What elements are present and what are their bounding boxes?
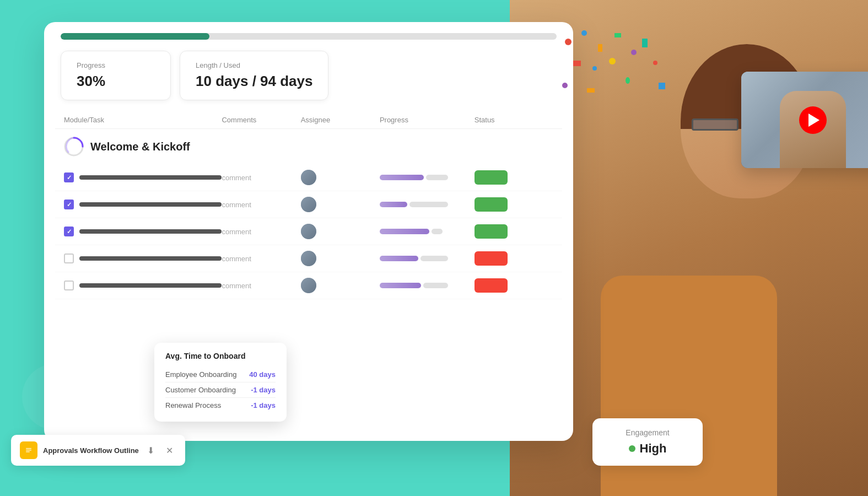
table-row: comment xyxy=(55,272,562,299)
row-left-1 xyxy=(64,172,222,182)
task-bar-5 xyxy=(79,283,222,288)
status-2 xyxy=(475,197,508,212)
task-bar-4 xyxy=(79,256,222,261)
row-left-3 xyxy=(64,227,222,236)
comment-5: comment xyxy=(222,282,300,290)
stats-row: Progress 30% Length / Used 10 days / 94 … xyxy=(44,45,573,111)
progress-pill-5 xyxy=(380,283,421,288)
col-module-task: Module/Task xyxy=(64,116,222,124)
engagement-value: High xyxy=(608,441,687,456)
tooltip-row-1: Employee Onboarding 40 days xyxy=(165,367,276,382)
file-icon xyxy=(20,441,37,459)
engagement-label: Engagement xyxy=(608,428,687,437)
green-dot xyxy=(629,445,635,452)
tooltip-row-3: Renewal Process -1 days xyxy=(165,398,276,413)
svg-rect-10 xyxy=(26,448,31,449)
tooltip-row-2: Customer Onboarding -1 days xyxy=(165,382,276,398)
checkbox-2[interactable] xyxy=(64,200,74,209)
task-bar-1 xyxy=(79,175,222,180)
status-1 xyxy=(475,170,508,185)
comment-4: comment xyxy=(222,255,300,263)
comment-1: comment xyxy=(222,174,300,182)
tooltip-popup: Avg. Time to Onboard Employee Onboarding… xyxy=(154,343,287,422)
progress-pill-3 xyxy=(380,229,429,234)
avatar-5 xyxy=(301,278,316,293)
checkbox-3[interactable] xyxy=(64,227,74,236)
play-icon xyxy=(808,114,820,127)
progress-bar-container xyxy=(44,22,573,45)
table-row: comment xyxy=(55,164,562,191)
file-name: Approvals Workflow Outline xyxy=(43,446,139,455)
video-inner xyxy=(741,72,868,168)
download-button[interactable]: ⬇ xyxy=(144,444,158,457)
task-bar-3 xyxy=(79,229,222,234)
progress-pill-1 xyxy=(380,175,424,180)
section-icon xyxy=(64,137,84,157)
video-thumbnail[interactable] xyxy=(741,72,868,168)
checkbox-5[interactable] xyxy=(64,281,74,290)
avatar-1 xyxy=(301,170,316,185)
play-button[interactable] xyxy=(799,106,827,134)
file-bar: Approvals Workflow Outline ⬇ ✕ xyxy=(11,435,185,466)
engagement-text: High xyxy=(640,441,667,456)
progress-stat-card: Progress 30% xyxy=(61,51,171,100)
task-bar-2 xyxy=(79,202,222,207)
length-stat-card: Length / Used 10 days / 94 days xyxy=(180,51,328,100)
progress-bar-track xyxy=(61,33,557,40)
progress-label: Progress xyxy=(77,61,155,69)
col-progress: Progress xyxy=(380,116,475,124)
row-left-2 xyxy=(64,200,222,209)
checkbox-1[interactable] xyxy=(64,172,74,182)
table-area: Module/Task Comments Assignee Progress S… xyxy=(44,111,573,299)
status-4 xyxy=(475,251,508,266)
tooltip-label-1: Employee Onboarding xyxy=(165,370,236,379)
section-title: Welcome & Kickoff xyxy=(90,141,190,153)
section-header: Welcome & Kickoff xyxy=(55,129,562,164)
avatar-2 xyxy=(301,197,316,212)
table-header: Module/Task Comments Assignee Progress S… xyxy=(55,111,562,129)
row-left-5 xyxy=(64,281,222,290)
status-3 xyxy=(475,224,508,239)
tooltip-value-1: 40 days xyxy=(249,370,276,379)
table-row: comment xyxy=(55,245,562,272)
comment-3: comment xyxy=(222,228,300,236)
length-value: 10 days / 94 days xyxy=(196,73,312,90)
table-row: comment xyxy=(55,218,562,245)
main-card: Progress 30% Length / Used 10 days / 94 … xyxy=(44,22,573,441)
close-button[interactable]: ✕ xyxy=(163,444,176,457)
tooltip-title: Avg. Time to Onboard xyxy=(165,352,276,360)
col-comments: Comments xyxy=(222,116,300,124)
engagement-card: Engagement High xyxy=(592,418,703,466)
tooltip-value-3: -1 days xyxy=(251,401,276,409)
tooltip-label-2: Customer Onboarding xyxy=(165,386,236,394)
progress-pill-4 xyxy=(380,256,418,261)
table-row: comment xyxy=(55,191,562,218)
progress-value: 30% xyxy=(77,73,155,90)
svg-rect-11 xyxy=(26,450,31,451)
avatar-4 xyxy=(301,251,316,266)
confetti-container xyxy=(559,28,670,127)
progress-bar-fill xyxy=(61,33,209,40)
col-assignee: Assignee xyxy=(301,116,380,124)
status-5 xyxy=(475,278,508,293)
col-status: Status xyxy=(475,116,553,124)
checkbox-4[interactable] xyxy=(64,254,74,263)
progress-pill-2 xyxy=(380,202,407,207)
comment-2: comment xyxy=(222,201,300,209)
tooltip-value-2: -1 days xyxy=(251,386,276,394)
length-label: Length / Used xyxy=(196,61,312,69)
svg-rect-12 xyxy=(26,451,30,452)
avatar-3 xyxy=(301,224,316,239)
tooltip-label-3: Renewal Process xyxy=(165,401,221,409)
row-left-4 xyxy=(64,254,222,263)
